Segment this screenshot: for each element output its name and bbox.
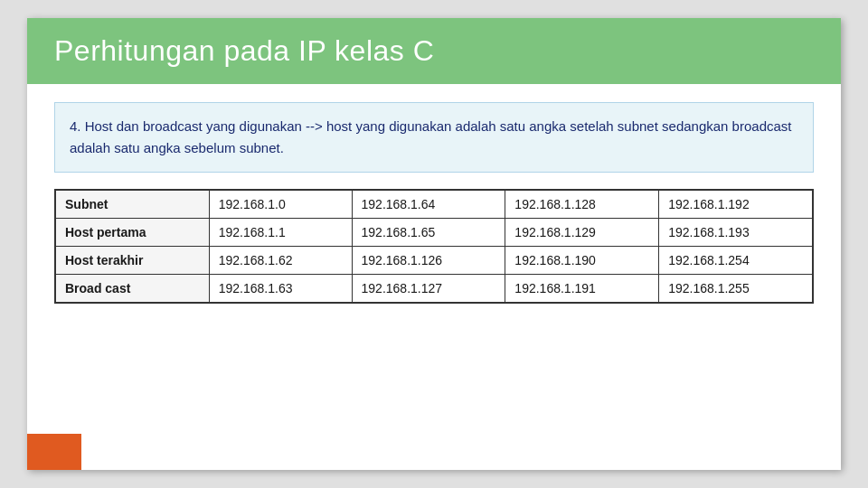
row-label-host-terakhir: Host terakhir — [56, 247, 210, 275]
broadcast-col4: 192.168.1.255 — [659, 275, 813, 303]
header-bar: Perhitungan pada IP kelas C — [27, 18, 841, 84]
broadcast-col1: 192.168.1.63 — [209, 275, 352, 303]
host-pertama-col2: 192.168.1.65 — [352, 219, 505, 247]
host-terakhir-col1: 192.168.1.62 — [209, 247, 352, 275]
subnet-col4: 192.168.1.192 — [659, 191, 813, 219]
description-text: 4. Host dan broadcast yang digunakan -->… — [70, 118, 792, 155]
host-terakhir-col3: 192.168.1.190 — [505, 247, 659, 275]
row-label-host-pertama: Host pertama — [56, 219, 210, 247]
host-pertama-col4: 192.168.1.193 — [659, 219, 813, 247]
accent-bar — [27, 434, 81, 470]
host-terakhir-col4: 192.168.1.254 — [659, 247, 813, 275]
subnet-table: Subnet 192.168.1.0 192.168.1.64 192.168.… — [55, 190, 813, 303]
table-row-host-pertama: Host pertama 192.168.1.1 192.168.1.65 19… — [56, 219, 813, 247]
table-row-host-terakhir: Host terakhir 192.168.1.62 192.168.1.126… — [56, 247, 813, 275]
table-row-broadcast: Broad cast 192.168.1.63 192.168.1.127 19… — [56, 275, 813, 303]
table-row-subnet: Subnet 192.168.1.0 192.168.1.64 192.168.… — [56, 191, 813, 219]
subnet-col3: 192.168.1.128 — [505, 191, 659, 219]
subnet-col2: 192.168.1.64 — [352, 191, 505, 219]
host-pertama-col3: 192.168.1.129 — [505, 219, 659, 247]
slide-title: Perhitungan pada IP kelas C — [54, 34, 434, 68]
row-label-subnet: Subnet — [56, 191, 210, 219]
content-area: 4. Host dan broadcast yang digunakan -->… — [27, 84, 841, 313]
host-terakhir-col2: 192.168.1.126 — [352, 247, 505, 275]
slide: Perhitungan pada IP kelas C 4. Host dan … — [27, 18, 841, 470]
broadcast-col3: 192.168.1.191 — [505, 275, 659, 303]
description-box: 4. Host dan broadcast yang digunakan -->… — [54, 102, 814, 173]
broadcast-col2: 192.168.1.127 — [352, 275, 505, 303]
subnet-col1: 192.168.1.0 — [209, 191, 352, 219]
host-pertama-col1: 192.168.1.1 — [209, 219, 352, 247]
row-label-broadcast: Broad cast — [56, 275, 210, 303]
data-table-container: Subnet 192.168.1.0 192.168.1.64 192.168.… — [54, 189, 814, 304]
